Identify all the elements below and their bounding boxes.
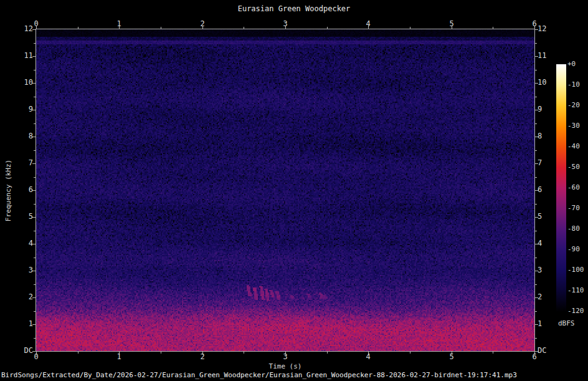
colorbar-tick-label: -40	[567, 142, 580, 150]
x-minor-tick	[244, 352, 244, 354]
chart-title: Eurasian Green Woodpecker	[0, 4, 588, 13]
x-minor-tick	[244, 27, 244, 29]
x-tick-label: 2	[190, 353, 215, 361]
x-tick-label: 5	[439, 20, 464, 28]
colorbar-tick-label: -100	[567, 266, 584, 274]
y-minor-tick	[535, 258, 537, 258]
y-minor-tick	[535, 150, 537, 151]
x-tick-label: 5	[439, 353, 464, 361]
x-minor-tick	[78, 352, 78, 354]
y-minor-tick	[535, 231, 537, 231]
y-tick-label: 12	[538, 25, 562, 33]
y-minor-tick	[34, 70, 36, 70]
colorbar-gradient	[556, 64, 566, 312]
x-minor-tick	[493, 27, 493, 29]
x-tick-label: 3	[273, 353, 298, 361]
y-minor-tick	[535, 97, 537, 97]
colorbar-tick-label: -50	[567, 163, 580, 171]
y-minor-tick	[34, 177, 36, 178]
x-minor-tick	[410, 27, 410, 29]
x-axis-title: Time (s)	[269, 362, 302, 370]
colorbar-tick-label: -90	[567, 245, 580, 253]
y-minor-tick	[535, 70, 537, 70]
y-minor-tick	[535, 204, 537, 205]
x-axis-top-line	[36, 29, 535, 29]
x-tick-label: 1	[107, 20, 131, 28]
y-minor-tick	[34, 284, 36, 285]
y-minor-tick	[34, 231, 36, 231]
y-minor-tick	[34, 311, 36, 312]
colorbar-unit-label: dBFS	[558, 319, 575, 327]
y-axis-left-line	[36, 29, 36, 352]
file-path-status: BirdSongs/Extracted/By_Date/2026-02-27/E…	[1, 371, 587, 379]
y-minor-tick	[34, 338, 36, 339]
y-minor-tick	[535, 311, 537, 312]
y-minor-tick	[34, 43, 36, 44]
colorbar-tick-label: -110	[567, 286, 584, 294]
y-minor-tick	[535, 284, 537, 285]
y-minor-tick	[535, 177, 537, 178]
y-tick-label: DC	[538, 347, 562, 355]
x-minor-tick	[78, 27, 78, 29]
y-axis-title-text: Frequency (kHz)	[5, 159, 13, 221]
x-minor-tick	[327, 352, 328, 354]
colorbar-tick-label: -20	[567, 101, 580, 109]
y-minor-tick	[34, 97, 36, 97]
x-minor-tick	[327, 27, 328, 29]
x-minor-tick	[161, 352, 161, 354]
x-tick-label: 1	[107, 353, 131, 361]
spectrogram-window: Eurasian Green Woodpecker 00112233445566…	[0, 0, 588, 381]
y-tick-label: 11	[538, 52, 562, 60]
y-minor-tick	[535, 123, 537, 124]
colorbar-tick-label: -30	[567, 122, 580, 130]
y-minor-tick	[34, 123, 36, 124]
colorbar-tick-label: -80	[567, 224, 580, 233]
x-tick-label: 4	[356, 20, 381, 28]
y-minor-tick	[535, 43, 537, 44]
colorbar-tick-label: -60	[567, 183, 580, 191]
x-minor-tick	[493, 352, 493, 354]
colorbar-tick-label: -70	[567, 204, 580, 212]
y-minor-tick	[34, 258, 36, 258]
x-tick-label: 3	[273, 20, 298, 28]
x-minor-tick	[410, 352, 410, 354]
colorbar-tick-label: +0	[567, 60, 576, 68]
x-minor-tick	[161, 27, 161, 29]
colorbar-tick-label: -10	[567, 80, 580, 89]
y-minor-tick	[535, 338, 537, 339]
x-tick-label: 2	[190, 20, 215, 28]
spectrogram-canvas	[36, 29, 534, 351]
y-axis-title: Frequency (kHz)	[0, 29, 17, 351]
y-minor-tick	[34, 204, 36, 205]
x-tick-label: 4	[356, 353, 381, 361]
y-minor-tick	[34, 150, 36, 151]
colorbar-tick-label: -120	[567, 307, 584, 315]
